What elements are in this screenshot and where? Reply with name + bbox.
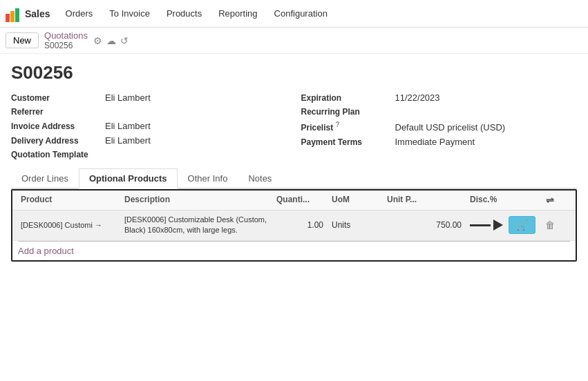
nav-to-invoice[interactable]: To Invoice — [102, 0, 157, 28]
row-quantity[interactable]: 1.00 — [274, 219, 329, 231]
delete-row-icon[interactable]: 🗑 — [545, 219, 555, 231]
tabs-bar: Order Lines Optional Products Other Info… — [11, 168, 577, 189]
col-unit-price: Unit P... — [384, 193, 467, 207]
brand-icon — [6, 6, 22, 22]
col-uom: UoM — [329, 193, 384, 207]
table-row: [DESK0006] Customi → [DESK0006] Customiz… — [12, 211, 576, 241]
breadcrumb[interactable]: Quotations — [44, 30, 88, 41]
col-product: Product — [18, 193, 122, 207]
tab-other-info[interactable]: Other Info — [178, 168, 238, 189]
svg-rect-1 — [10, 11, 15, 22]
recurring-plan-field: Recurring Plan — [301, 105, 578, 119]
toolbar: New Quotations S00256 ⚙ ☁ ↺ — [0, 28, 588, 54]
delivery-address-value[interactable]: Eli Lambert — [105, 135, 151, 146]
col-settings: ⇌ — [536, 193, 564, 207]
svg-rect-2 — [15, 8, 19, 22]
nav-products[interactable]: Products — [160, 0, 209, 28]
pricelist-label: Pricelist ? — [301, 121, 391, 133]
invoice-address-label: Invoice Address — [11, 121, 101, 131]
record-id-small: S00256 — [44, 41, 88, 50]
brand-logo-area: Sales — [6, 6, 50, 22]
add-to-cart-button[interactable]: 🛒 — [509, 216, 535, 234]
table-header-row: Product Description Quanti... UoM Unit P… — [12, 190, 576, 211]
nav-reporting[interactable]: Reporting — [211, 0, 264, 28]
cloud-icon[interactable]: ☁ — [106, 35, 116, 46]
row-delete: 🗑 — [536, 218, 564, 232]
expiration-label: Expiration — [301, 93, 391, 103]
cart-arrow-indicator — [470, 219, 504, 231]
col-discount: Disc.% — [467, 193, 536, 207]
settings-icon[interactable]: ⚙ — [93, 35, 102, 46]
pricelist-value[interactable]: Default USD pricelist (USD) — [395, 122, 506, 133]
delivery-address-field: Delivery Address Eli Lambert — [11, 133, 287, 148]
tabs-wrapper: Order Lines Optional Products Other Info… — [11, 168, 577, 262]
row-discount: 🛒 — [467, 215, 536, 235]
form-right: Expiration 11/22/2023 Recurring Plan Pri… — [301, 90, 578, 162]
payment-terms-label: Payment Terms — [301, 137, 391, 147]
customer-value[interactable]: Eli Lambert — [105, 92, 151, 103]
quotation-template-label: Quotation Template — [11, 150, 101, 159]
row-unit-price[interactable]: 750.00 — [384, 219, 467, 231]
tab-notes[interactable]: Notes — [238, 168, 282, 189]
customer-field: Customer Eli Lambert — [11, 90, 287, 105]
svg-rect-0 — [6, 14, 10, 22]
referrer-field: Referrer — [11, 105, 287, 119]
nav-configuration[interactable]: Configuration — [267, 0, 334, 28]
row-uom[interactable]: Units — [329, 219, 384, 231]
pricelist-field: Pricelist ? Default USD pricelist (USD) — [301, 119, 578, 135]
arrow-head — [493, 219, 503, 231]
refresh-icon[interactable]: ↺ — [120, 35, 129, 46]
delivery-address-label: Delivery Address — [11, 136, 101, 146]
tab-order-lines[interactable]: Order Lines — [11, 168, 79, 189]
referrer-label: Referrer — [11, 107, 101, 117]
col-quantity: Quanti... — [274, 193, 329, 207]
nav-orders[interactable]: Orders — [59, 0, 100, 28]
payment-terms-field: Payment Terms Immediate Payment — [301, 135, 578, 149]
new-button[interactable]: New — [6, 32, 39, 48]
row-product[interactable]: [DESK0006] Customi → — [18, 219, 122, 231]
main-content: S00256 Customer Eli Lambert Referrer Inv… — [0, 54, 588, 380]
recurring-plan-label: Recurring Plan — [301, 107, 391, 117]
add-product-link[interactable]: Add a product — [12, 242, 576, 260]
quotation-template-field: Quotation Template — [11, 148, 287, 162]
payment-terms-value[interactable]: Immediate Payment — [395, 137, 475, 147]
tab-optional-products[interactable]: Optional Products — [79, 168, 178, 189]
optional-products-table: Product Description Quanti... UoM Unit P… — [11, 189, 577, 262]
customer-label: Customer — [11, 93, 101, 103]
invoice-address-value[interactable]: Eli Lambert — [105, 121, 151, 131]
col-description: Description — [122, 193, 274, 207]
form-fields: Customer Eli Lambert Referrer Invoice Ad… — [11, 90, 577, 162]
expiration-value[interactable]: 11/22/2023 — [395, 92, 440, 103]
column-settings-icon[interactable]: ⇌ — [546, 195, 554, 206]
brand-name: Sales — [25, 8, 50, 19]
record-id-heading: S00256 — [11, 59, 577, 84]
toolbar-icons: ⚙ ☁ ↺ — [93, 35, 129, 46]
invoice-address-field: Invoice Address Eli Lambert — [11, 119, 287, 133]
form-left: Customer Eli Lambert Referrer Invoice Ad… — [11, 90, 287, 162]
arrow-shaft — [470, 224, 491, 226]
expiration-field: Expiration 11/22/2023 — [301, 90, 578, 105]
top-navigation: Sales Orders To Invoice Products Reporti… — [0, 0, 588, 28]
row-description: [DESK0006] Customizable Desk (Custom, Bl… — [122, 213, 274, 237]
